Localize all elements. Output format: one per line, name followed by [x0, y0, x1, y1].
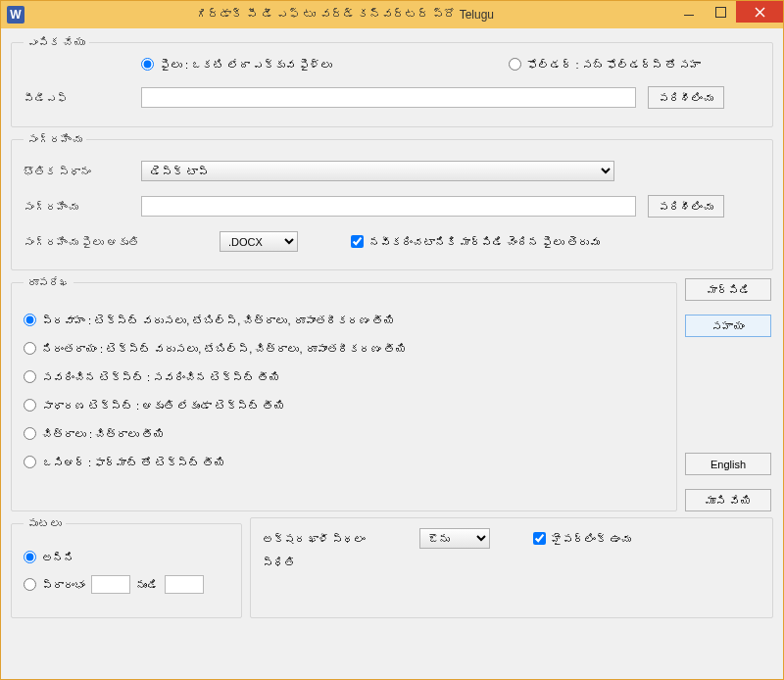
layout-continuous-input[interactable]: [24, 342, 36, 355]
layout-continuous-label: నిరంతరాయం : టెక్స్ట్ వరుసలు, టేబిల్స్, చ…: [42, 343, 407, 355]
close-window-button[interactable]: [736, 1, 783, 23]
layout-legend: రూపరేఖ: [24, 276, 74, 288]
layout-plain[interactable]: సాధారణ టెక్స్ట్ : ఆకృతి లేకుండా టెక్స్ట్…: [24, 399, 664, 412]
app-icon: W: [7, 6, 24, 24]
radio-files-label: ఫైలు : ఒకటి లేదా ఎక్కువ ఫైళ్లు: [160, 59, 332, 71]
layout-images-input[interactable]: [24, 427, 36, 440]
pages-to-label: నుండి: [136, 579, 159, 591]
layout-images-label: చిత్రాలు : చిత్రాలు తీయి: [42, 428, 165, 440]
radio-files[interactable]: ఫైలు : ఒకటి లేదా ఎక్కువ ఫైళ్లు: [141, 58, 332, 71]
pdf-path-input[interactable]: [141, 87, 636, 108]
pages-fieldset: పుటలు అన్ని ప్రారంభం నుండి: [11, 517, 242, 618]
english-button[interactable]: English: [685, 453, 771, 475]
layout-flowing-input[interactable]: [24, 314, 36, 326]
radio-folder-label: ఫోల్డర్ : సబ్ ఫోల్డర్స్ తో సహా: [527, 59, 700, 71]
save-legend: సంగ్రహించు: [24, 133, 86, 145]
layout-fieldset: రూపరేఖ ప్రవాహం : టెక్స్ట్ వరుసలు, టేబిల్…: [11, 276, 677, 511]
pages-from-input[interactable]: [91, 575, 130, 594]
layout-formatted-label: సవరించిన టెక్స్ట్ : సవరించిన టెక్స్ట్ తీ…: [42, 371, 280, 383]
save-label: సంగ్రహించు: [24, 201, 141, 213]
misc-fieldset: అక్షర ఖాళీ స్థలం ఔను హైపర్లింక్ ఉంచు స్థ…: [250, 517, 773, 618]
pages-all-label: అన్ని: [42, 552, 74, 563]
save-path-input[interactable]: [141, 196, 636, 217]
titlebar: W గిర్డాక్ పీ డీ ఎఫ్ టు వర్డ్ కన్వర్టర్ …: [1, 1, 783, 28]
pages-to-input[interactable]: [165, 575, 204, 594]
radio-files-input[interactable]: [141, 58, 154, 71]
app-window: W గిర్డాక్ పీ డీ ఎఫ్ టు వర్డ్ కన్వర్టర్ …: [0, 0, 784, 680]
location-label: భౌతిక స్థానం: [24, 166, 141, 177]
pages-all[interactable]: అన్ని: [24, 551, 229, 563]
window-title: గిర్డాక్ పీ డీ ఎఫ్ టు వర్డ్ కన్వర్టర్ ప్…: [24, 8, 783, 22]
select-legend: ఎంపిక చేయు: [24, 36, 89, 48]
charspace-label: అక్షర ఖాళీ స్థలం: [263, 533, 410, 545]
radio-folder-input[interactable]: [509, 58, 521, 71]
layout-left: రూపరేఖ ప్రవాహం : టెక్స్ట్ వరుసలు, టేబిల్…: [11, 276, 677, 511]
pdf-label: పీడీఎఫ్: [24, 92, 141, 104]
layout-flowing-label: ప్రవాహం : టెక్స్ట్ వరుసలు, టేబిల్స్, చిత…: [42, 315, 395, 326]
layout-ocr-input[interactable]: [24, 456, 36, 468]
open-after-check[interactable]: నవీకరించటానికి మార్పిడి చెందిన ఫైలు తెరు…: [347, 232, 600, 251]
format-select[interactable]: .DOCX: [220, 231, 298, 252]
convert-button[interactable]: మార్పిడి: [685, 278, 771, 301]
save-browse-button[interactable]: పరిశీలించు: [648, 195, 724, 218]
layout-flowing[interactable]: ప్రవాహం : టెక్స్ట్ వరుసలు, టేబిల్స్, చిత…: [24, 314, 664, 326]
pages-legend: పుటలు: [24, 517, 66, 529]
radio-folder[interactable]: ఫోల్డర్ : సబ్ ఫోల్డర్స్ తో సహా: [509, 58, 700, 71]
layout-ocr-label: ఒసిఆర్ : ఫార్మాట్ తో టెక్స్ట్ తీయి: [42, 457, 225, 468]
pages-range[interactable]: ప్రారంభం నుండి: [24, 575, 229, 594]
layout-plain-label: సాధారణ టెక్స్ట్ : ఆకృతి లేకుండా టెక్స్ట్…: [42, 400, 285, 412]
open-after-label: నవీకరించటానికి మార్పిడి చెందిన ఫైలు తెరు…: [369, 236, 600, 248]
layout-images[interactable]: చిత్రాలు : చిత్రాలు తీయి: [24, 427, 664, 440]
format-label: సంగ్రహించు ఫైలు ఆకృతి: [24, 236, 220, 248]
pages-range-input[interactable]: [24, 578, 36, 591]
minimize-button[interactable]: [673, 1, 705, 23]
maximize-button[interactable]: [705, 1, 736, 23]
spacer: [685, 351, 773, 439]
content-area: ఎంపిక చేయు ఫైలు : ఒకటి లేదా ఎక్కువ ఫైళ్ల…: [1, 28, 783, 679]
bottom-row: పుటలు అన్ని ప్రారంభం నుండి అక్షర ఖాళీ స్…: [11, 517, 773, 618]
pages-all-input[interactable]: [24, 551, 36, 563]
layout-continuous[interactable]: నిరంతరాయం : టెక్స్ట్ వరుసలు, టేబిల్స్, చ…: [24, 342, 664, 355]
progress-label: స్థితి: [263, 557, 321, 568]
pdf-browse-button[interactable]: పరిశీలించు: [648, 86, 724, 109]
pages-range-label: ప్రారంభం: [42, 579, 85, 591]
layout-formatted[interactable]: సవరించిన టెక్స్ట్ : సవరించిన టెక్స్ట్ తీ…: [24, 370, 664, 383]
layout-row: రూపరేఖ ప్రవాహం : టెక్స్ట్ వరుసలు, టేబిల్…: [11, 276, 773, 511]
layout-ocr[interactable]: ఒసిఆర్ : ఫార్మాట్ తో టెక్స్ట్ తీయి: [24, 456, 664, 468]
window-controls: [673, 1, 783, 23]
charspace-select[interactable]: ఔను: [419, 528, 490, 549]
hyperlink-label: హైపర్లింక్ ఉంచు: [552, 533, 631, 545]
select-fieldset: ఎంపిక చేయు ఫైలు : ఒకటి లేదా ఎక్కువ ఫైళ్ల…: [11, 36, 773, 127]
save-fieldset: సంగ్రహించు భౌతిక స్థానం డెస్క్ టాప్ సంగ్…: [11, 133, 773, 270]
layout-formatted-input[interactable]: [24, 370, 36, 383]
open-after-checkbox[interactable]: [351, 235, 364, 248]
help-button[interactable]: సహాయం: [685, 315, 771, 337]
hyperlink-checkbox[interactable]: [533, 532, 546, 545]
hyperlink-check[interactable]: హైపర్లింక్ ఉంచు: [529, 529, 631, 548]
location-select[interactable]: డెస్క్ టాప్: [141, 161, 614, 181]
right-button-column: మార్పిడి సహాయం English మూసి వేయి: [685, 276, 773, 511]
close-button[interactable]: మూసి వేయి: [685, 489, 771, 511]
layout-plain-input[interactable]: [24, 399, 36, 412]
